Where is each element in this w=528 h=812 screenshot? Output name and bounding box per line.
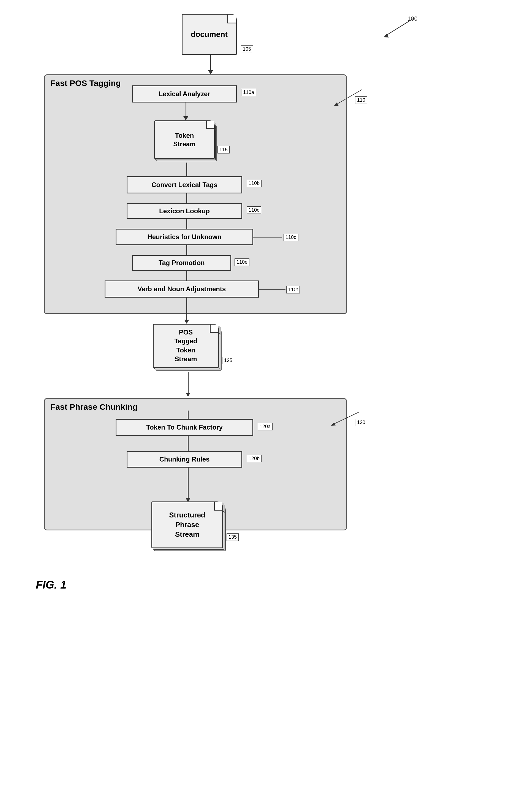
lexical-analyzer-label: Lexical Analyzer [159, 90, 210, 98]
ref-110a: 110a [241, 89, 256, 96]
ref-115: 115 [217, 146, 230, 154]
heuristics-label: Heuristics for Unknown [147, 233, 221, 241]
tag-promotion-label: Tag Promotion [159, 259, 205, 267]
ref-110e: 110e [235, 259, 250, 266]
structured-phrase-label: StructuredPhrase Stream [169, 510, 205, 539]
svg-marker-3 [334, 102, 338, 106]
arrow-fpc-to-sps [185, 467, 191, 502]
verb-noun-box: Verb and Noun Adjustments [105, 280, 259, 298]
ref-110d: 110d [284, 234, 298, 241]
ref-110c: 110c [247, 206, 261, 214]
arrow-doc-to-pos [208, 55, 213, 74]
arrow-pos-out [184, 298, 189, 324]
ref-100-arrow [372, 16, 416, 39]
svg-marker-5 [331, 422, 336, 426]
ref-105: 105 [241, 45, 253, 53]
ref-120b: 120b [247, 455, 261, 462]
token-chunk-label: Token To Chunk Factory [146, 423, 223, 431]
ref-120-arrow [328, 410, 361, 427]
fast-phrase-title: Fast Phrase Chunking [45, 399, 346, 415]
document-shape: document [182, 14, 237, 55]
token-stream-shape: TokenStream [154, 120, 215, 159]
diagram: 100 document 105 Fast POS Tagging 110 Le… [0, 0, 528, 812]
ref-125: 125 [222, 357, 234, 364]
chunking-rules-box: Chunking Rules [127, 451, 242, 467]
pos-tagged-shape: POS TaggedToken Stream [153, 324, 219, 368]
arrow-la-to-ts [183, 102, 188, 120]
svg-line-4 [333, 412, 359, 424]
ref-110-arrow [330, 88, 363, 107]
token-stream-label: TokenStream [173, 131, 195, 148]
heuristics-box: Heuristics for Unknown [116, 229, 253, 245]
token-chunk-box: Token To Chunk Factory [116, 419, 253, 436]
ref-120a: 120a [258, 423, 273, 430]
fig-label: FIG. 1 [36, 579, 66, 591]
fast-pos-section: Fast POS Tagging [44, 74, 347, 314]
convert-lexical-label: Convert Lexical Tags [151, 181, 217, 189]
convert-lexical-box: Convert Lexical Tags [127, 176, 242, 193]
ref-110b: 110b [247, 180, 261, 187]
lexical-analyzer-box: Lexical Analyzer [132, 85, 237, 102]
ref-135: 135 [227, 534, 239, 541]
svg-line-2 [336, 89, 362, 105]
lexicon-lookup-label: Lexicon Lookup [159, 207, 210, 215]
pos-tagged-label: POS TaggedToken Stream [170, 328, 202, 364]
document-label: document [191, 30, 228, 39]
arrow-pos-to-fpc [185, 372, 191, 397]
line-110d [253, 237, 282, 237]
structured-phrase-shape: StructuredPhrase Stream [151, 502, 223, 548]
verb-noun-label: Verb and Noun Adjustments [138, 285, 226, 293]
line-110f [259, 289, 285, 290]
svg-line-0 [386, 18, 414, 36]
ref-110f: 110f [286, 286, 300, 293]
lexicon-lookup-box: Lexicon Lookup [127, 203, 242, 219]
tag-promotion-box: Tag Promotion [132, 255, 231, 271]
chunking-rules-label: Chunking Rules [160, 455, 210, 463]
